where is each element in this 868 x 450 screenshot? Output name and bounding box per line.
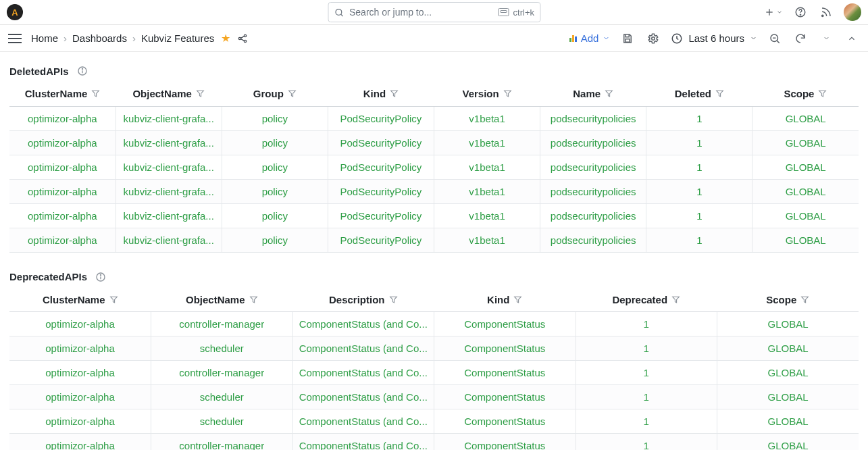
table-cell[interactable]: 1	[646, 106, 752, 130]
table-cell[interactable]: policy	[222, 179, 328, 203]
table-cell[interactable]: ComponentStatus (and Co...	[292, 361, 434, 385]
table-cell[interactable]: PodSecurityPolicy	[328, 179, 434, 203]
column-header[interactable]: Kind	[434, 288, 576, 312]
table-cell[interactable]: ComponentStatus	[434, 361, 576, 385]
column-header[interactable]: Scope	[752, 82, 859, 106]
table-cell[interactable]: ComponentStatus (and Co...	[292, 409, 434, 434]
add-panel-button[interactable]: Add	[569, 32, 611, 44]
table-cell[interactable]: v1beta1	[434, 130, 540, 155]
table-cell[interactable]: optimizor-alpha	[9, 203, 116, 228]
table-cell[interactable]: podsecuritypolicies	[540, 130, 646, 155]
nav-toggle[interactable]	[8, 34, 22, 43]
table-cell[interactable]: policy	[222, 155, 328, 179]
filter-icon[interactable]	[91, 89, 100, 98]
table-cell[interactable]: 1	[646, 155, 752, 179]
breadcrumb-home[interactable]: Home	[31, 32, 58, 44]
table-cell[interactable]: PodSecurityPolicy	[328, 155, 434, 179]
table-cell[interactable]: policy	[222, 203, 328, 228]
help-button[interactable]	[792, 4, 809, 20]
table-cell[interactable]: 1	[646, 179, 752, 203]
table-cell[interactable]: 1	[576, 409, 717, 434]
table-cell[interactable]: optimizor-alpha	[9, 228, 116, 252]
filter-icon[interactable]	[503, 89, 512, 98]
table-cell[interactable]: GLOBAL	[717, 434, 859, 451]
column-header[interactable]: ObjectName	[151, 288, 293, 312]
table-cell[interactable]: 1	[646, 203, 752, 228]
table-cell[interactable]: optimizor-alpha	[9, 361, 151, 385]
info-icon[interactable]	[95, 272, 106, 282]
table-cell[interactable]: ComponentStatus (and Co...	[292, 336, 434, 361]
table-cell[interactable]: 1	[576, 312, 717, 336]
table-cell[interactable]: ComponentStatus	[434, 336, 576, 361]
table-cell[interactable]: podsecuritypolicies	[540, 106, 646, 130]
global-search[interactable]: Search or jump to... ctrl+k	[328, 2, 540, 22]
table-cell[interactable]: v1beta1	[434, 228, 540, 252]
column-header[interactable]: ClusterName	[9, 82, 116, 106]
column-header[interactable]: Group	[222, 82, 328, 106]
table-cell[interactable]: GLOBAL	[752, 130, 859, 155]
table-cell[interactable]: controller-manager	[151, 361, 293, 385]
table-cell[interactable]: podsecuritypolicies	[540, 155, 646, 179]
column-header[interactable]: Version	[434, 82, 540, 106]
zoom-out-button[interactable]	[767, 30, 783, 47]
table-cell[interactable]: controller-manager	[151, 312, 293, 336]
filter-icon[interactable]	[288, 89, 297, 98]
filter-icon[interactable]	[249, 295, 258, 304]
table-cell[interactable]: policy	[222, 130, 328, 155]
table-cell[interactable]: podsecuritypolicies	[540, 228, 646, 252]
save-button[interactable]	[619, 30, 636, 47]
table-cell[interactable]: optimizor-alpha	[9, 179, 116, 203]
table-cell[interactable]: v1beta1	[434, 155, 540, 179]
table-cell[interactable]: v1beta1	[434, 106, 540, 130]
table-cell[interactable]: PodSecurityPolicy	[328, 228, 434, 252]
info-icon[interactable]	[77, 66, 88, 76]
table-cell[interactable]: ComponentStatus	[434, 434, 576, 451]
filter-icon[interactable]	[671, 295, 680, 304]
user-avatar[interactable]	[844, 3, 861, 21]
breadcrumb-current[interactable]: Kubviz Features	[141, 32, 214, 44]
table-cell[interactable]: 1	[576, 385, 717, 409]
column-header[interactable]: Deprecated	[576, 288, 717, 312]
panel-header-deprecated[interactable]: DeprecatedAPIs	[9, 266, 859, 288]
table-cell[interactable]: scheduler	[151, 409, 293, 434]
table-cell[interactable]: policy	[222, 228, 328, 252]
filter-icon[interactable]	[109, 295, 118, 304]
table-cell[interactable]: 1	[576, 336, 717, 361]
table-cell[interactable]: kubviz-client-grafa...	[116, 130, 222, 155]
column-header[interactable]: Deleted	[646, 82, 752, 106]
table-cell[interactable]: ComponentStatus (and Co...	[292, 385, 434, 409]
table-cell[interactable]: v1beta1	[434, 179, 540, 203]
table-cell[interactable]: GLOBAL	[752, 179, 859, 203]
table-cell[interactable]: optimizor-alpha	[9, 155, 116, 179]
table-cell[interactable]: policy	[222, 106, 328, 130]
table-cell[interactable]: kubviz-client-grafa...	[116, 228, 222, 252]
table-cell[interactable]: PodSecurityPolicy	[328, 106, 434, 130]
table-cell[interactable]: ComponentStatus	[434, 409, 576, 434]
table-cell[interactable]: scheduler	[151, 385, 293, 409]
filter-icon[interactable]	[196, 89, 205, 98]
filter-icon[interactable]	[390, 89, 399, 98]
create-menu[interactable]	[764, 7, 783, 18]
table-cell[interactable]: optimizor-alpha	[9, 312, 151, 336]
table-cell[interactable]: kubviz-client-grafa...	[116, 106, 222, 130]
table-cell[interactable]: optimizor-alpha	[9, 409, 151, 434]
collapse-button[interactable]	[844, 30, 860, 47]
column-header[interactable]: Description	[292, 288, 434, 312]
filter-icon[interactable]	[800, 295, 809, 304]
table-cell[interactable]: 1	[646, 130, 752, 155]
refresh-interval-picker[interactable]	[818, 30, 834, 47]
table-cell[interactable]: GLOBAL	[752, 203, 859, 228]
table-cell[interactable]: optimizor-alpha	[9, 106, 116, 130]
table-cell[interactable]: GLOBAL	[717, 385, 859, 409]
table-cell[interactable]: optimizor-alpha	[9, 434, 151, 451]
time-range-picker[interactable]: Last 6 hours	[671, 32, 757, 45]
filter-icon[interactable]	[513, 295, 522, 304]
settings-button[interactable]	[645, 30, 661, 47]
table-cell[interactable]: v1beta1	[434, 203, 540, 228]
table-cell[interactable]: PodSecurityPolicy	[328, 130, 434, 155]
table-cell[interactable]: 1	[646, 228, 752, 252]
news-button[interactable]	[818, 4, 834, 20]
table-cell[interactable]: ComponentStatus	[434, 385, 576, 409]
breadcrumb-dashboards[interactable]: Dashboards	[72, 32, 127, 44]
table-cell[interactable]: scheduler	[151, 336, 293, 361]
